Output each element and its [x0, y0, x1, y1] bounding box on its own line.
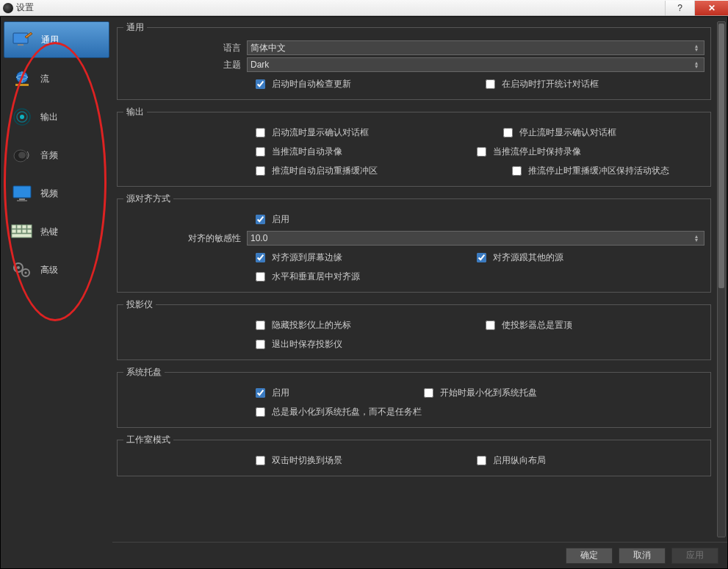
sidebar-item-label: 输出: [40, 111, 58, 124]
min-start-check[interactable]: 开始时最小化到系统托盘: [421, 385, 537, 400]
snap-other-check[interactable]: 对齐源跟其他的源: [474, 250, 563, 265]
chevron-updown-icon: ▴▾: [692, 61, 701, 68]
combo-value: Dark: [251, 60, 269, 70]
gears-icon: [11, 261, 33, 279]
titlebar: 设置 ? ✕: [0, 0, 728, 16]
keep-record-check[interactable]: 当推流停止时保持录像: [474, 144, 581, 159]
tray-enable-check[interactable]: 启用: [253, 385, 289, 400]
theme-combo[interactable]: Dark ▴▾: [247, 57, 704, 72]
svg-rect-19: [27, 229, 32, 233]
language-label: 语言: [123, 42, 247, 54]
sensitivity-spin[interactable]: 10.0 ▴▾: [247, 231, 704, 246]
chevron-updown-icon: ▴▾: [692, 44, 701, 51]
sidebar: 通用 流 输出: [1, 17, 112, 568]
sidebar-item-video[interactable]: 视频: [4, 176, 109, 211]
apply-button[interactable]: 应用: [671, 548, 718, 564]
settings-panel: 通用 语言 简体中文 ▴▾ 主题 Dark ▴▾: [112, 17, 727, 542]
sidebar-item-output[interactable]: 输出: [4, 99, 109, 135]
svg-rect-3: [15, 84, 29, 86]
auto-update-check[interactable]: 启动时自动检查更新: [253, 76, 351, 91]
group-legend: 源对齐方式: [123, 193, 173, 205]
keep-replay-check[interactable]: 推流停止时重播缓冲区保持活动状态: [509, 163, 669, 178]
snap-enable-check[interactable]: 启用: [253, 212, 289, 226]
group-legend: 输出: [123, 106, 147, 118]
snap-edges-check[interactable]: 对齐源到屏幕边缘: [253, 250, 342, 265]
sidebar-item-label: 流: [40, 73, 49, 85]
svg-rect-9: [13, 186, 31, 198]
dbl-switch-check[interactable]: 双击时切换到场景: [253, 453, 342, 468]
sidebar-item-label: 高级: [40, 264, 58, 276]
svg-rect-0: [13, 33, 28, 43]
dialog-footer: 确定 取消 应用: [112, 542, 727, 568]
sidebar-item-label: 音频: [40, 149, 58, 162]
window-buttons: ? ✕: [665, 1, 728, 15]
svg-rect-11: [17, 200, 27, 201]
theme-label: 主题: [123, 59, 247, 71]
sidebar-item-audio[interactable]: 音频: [4, 137, 109, 173]
combo-value: 简体中文: [251, 42, 286, 54]
group-output: 输出 启动流时显示确认对话框 停止流时显示确认对话框 当推流时自动录像 当推流停…: [117, 106, 711, 187]
group-studio: 工作室模式 双击时切换到场景 启用纵向布局: [117, 434, 711, 476]
monitor-icon: [11, 185, 33, 202]
start-confirm-check[interactable]: 启动流时显示确认对话框: [253, 125, 369, 140]
save-exit-check[interactable]: 退出时保存投影仪: [253, 337, 342, 351]
group-legend: 投影仪: [123, 298, 156, 311]
vertical-scrollbar[interactable]: [717, 21, 726, 537]
ok-button[interactable]: 确定: [566, 548, 613, 564]
sidebar-item-label: 通用: [41, 34, 59, 46]
group-legend: 工作室模式: [123, 434, 173, 446]
group-tray: 系统托盘 启用 开始时最小化到系统托盘 总是最小化到系统托盘，而不是任务栏: [117, 366, 711, 428]
svg-rect-17: [17, 229, 21, 233]
sensitivity-label: 对齐的敏感性: [123, 232, 247, 245]
replay-buffer-check[interactable]: 推流时自动启动重播缓冲区: [253, 163, 378, 178]
app-icon: [3, 3, 13, 13]
svg-rect-12: [12, 225, 16, 229]
scrollbar-thumb[interactable]: [718, 24, 724, 288]
open-stats-check[interactable]: 在启动时打开统计对话框: [483, 76, 599, 91]
vertical-check[interactable]: 启用纵向布局: [474, 453, 546, 468]
keyboard-icon: [11, 223, 33, 240]
svg-rect-20: [12, 234, 32, 237]
svg-point-24: [24, 271, 26, 273]
close-button[interactable]: ✕: [694, 1, 728, 15]
svg-rect-13: [17, 225, 21, 229]
sidebar-item-hotkeys[interactable]: 热键: [4, 214, 109, 249]
svg-point-4: [20, 115, 24, 119]
window-title: 设置: [16, 1, 34, 14]
sidebar-item-advanced[interactable]: 高级: [4, 252, 109, 287]
svg-point-22: [17, 266, 20, 269]
svg-point-8: [18, 152, 26, 159]
svg-rect-1: [18, 44, 24, 46]
sidebar-item-general[interactable]: 通用: [4, 21, 109, 58]
svg-rect-15: [27, 225, 32, 229]
auto-record-check[interactable]: 当推流时自动录像: [253, 144, 342, 159]
always-min-check[interactable]: 总是最小化到系统托盘，而不是任务栏: [253, 404, 422, 419]
chevron-updown-icon: ▴▾: [692, 235, 701, 242]
hide-cursor-check[interactable]: 隐藏投影仪上的光标: [253, 318, 351, 332]
language-combo[interactable]: 简体中文 ▴▾: [247, 40, 704, 55]
stop-confirm-check[interactable]: 停止流时显示确认对话框: [500, 125, 616, 140]
group-legend: 通用: [123, 21, 147, 34]
globe-icon: [11, 70, 33, 87]
svg-rect-10: [19, 198, 25, 200]
cancel-button[interactable]: 取消: [619, 548, 666, 564]
svg-rect-14: [22, 225, 26, 229]
svg-rect-16: [12, 229, 16, 233]
help-button[interactable]: ?: [665, 1, 694, 15]
group-projector: 投影仪 隐藏投影仪上的光标 使投影器总是置顶 退出时保存投影仪: [117, 298, 711, 360]
sidebar-item-label: 视频: [40, 187, 58, 200]
broadcast-icon: [11, 108, 33, 126]
monitor-tools-icon: [12, 31, 34, 49]
group-general: 通用 语言 简体中文 ▴▾ 主题 Dark ▴▾: [117, 21, 711, 100]
spin-value: 10.0: [251, 233, 267, 243]
sidebar-item-stream[interactable]: 流: [4, 61, 109, 96]
speaker-icon: [11, 146, 33, 164]
group-legend: 系统托盘: [123, 366, 165, 379]
center-snap-check[interactable]: 水平和垂直居中对齐源: [253, 269, 360, 284]
svg-rect-18: [22, 229, 26, 233]
group-snapping: 源对齐方式 启用 对齐的敏感性 10.0 ▴▾ 对齐源到屏幕边缘 对齐源跟其他的…: [117, 193, 711, 293]
sidebar-item-label: 热键: [40, 226, 58, 238]
always-top-check[interactable]: 使投影器总是置顶: [483, 318, 572, 332]
